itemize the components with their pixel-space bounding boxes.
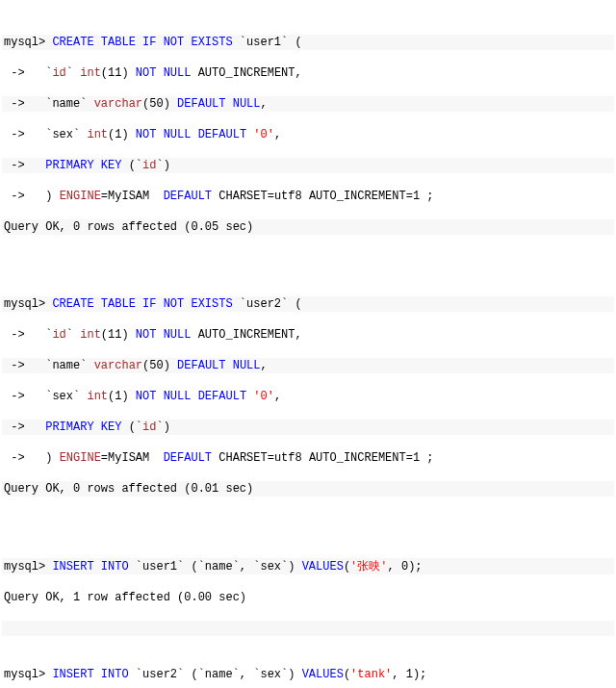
line: -> `name` varchar(50) DEFAULT NULL,	[2, 358, 614, 373]
line: -> ) ENGINE=MyISAM DEFAULT CHARSET=utf8 …	[2, 450, 614, 466]
line: -> PRIMARY KEY (`id`)	[2, 420, 614, 435]
line: -> `sex` int(1) NOT NULL DEFAULT '0',	[2, 127, 614, 142]
line: -> `id` int(11) NOT NULL AUTO_INCREMENT,	[2, 327, 614, 343]
line: -> `name` varchar(50) DEFAULT NULL,	[2, 96, 614, 112]
result-line: Query OK, 1 row affected (0.00 sec)	[2, 590, 614, 605]
line: mysql> INSERT INTO `user1` (`name`, `sex…	[2, 558, 614, 574]
mysql-terminal: mysql> CREATE TABLE IF NOT EXISTS `user1…	[0, 0, 616, 688]
line: mysql> CREATE TABLE IF NOT EXISTS `user1…	[2, 35, 614, 50]
blank-line	[2, 250, 614, 266]
line: -> `id` int(11) NOT NULL AUTO_INCREMENT,	[2, 65, 614, 81]
line: -> `sex` int(1) NOT NULL DEFAULT '0',	[2, 389, 614, 404]
result-line: Query OK, 0 rows affected (0.05 sec)	[2, 219, 614, 235]
line: mysql> CREATE TABLE IF NOT EXISTS `user2…	[2, 296, 614, 312]
line: mysql> INSERT INTO `user2` (`name`, `sex…	[2, 667, 614, 682]
blank-line	[2, 512, 614, 527]
result-line: Query OK, 0 rows affected (0.01 sec)	[2, 481, 614, 497]
line: -> ) ENGINE=MyISAM DEFAULT CHARSET=utf8 …	[2, 189, 614, 204]
blank-line	[2, 621, 614, 636]
line: -> PRIMARY KEY (`id`)	[2, 158, 614, 173]
